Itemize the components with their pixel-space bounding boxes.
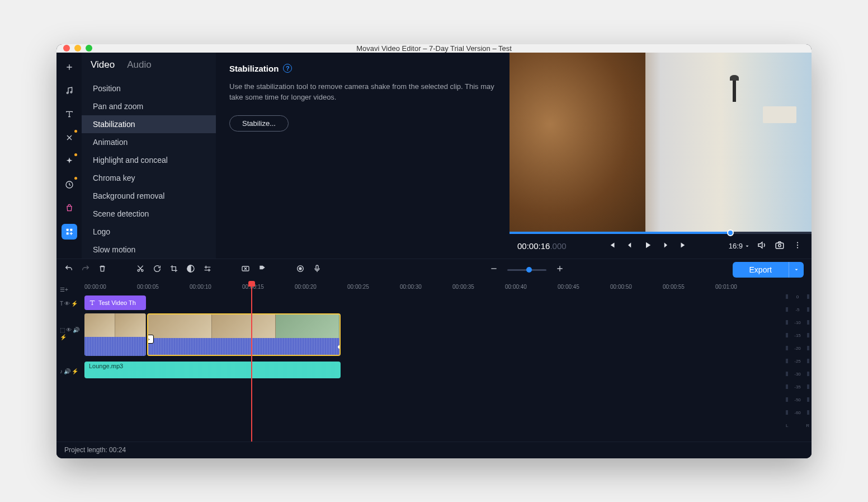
svg-point-8 (797, 242, 798, 243)
svg-point-7 (779, 244, 781, 247)
status-bar: Project length: 00:24 (56, 442, 812, 458)
add-track-icon[interactable]: ☰+ (60, 287, 68, 293)
audio-track[interactable]: Lounge.mp3 (84, 362, 784, 378)
audio-meters: 0 -5 -10 -15 -20 -25 -30 -35 -50 -60 LR (784, 281, 812, 442)
delete-icon[interactable] (98, 264, 107, 275)
sidebar-item-position[interactable]: Position (82, 79, 216, 97)
svg-point-9 (797, 244, 798, 245)
content-panel: Stabilization ? Use the stabilization to… (216, 53, 510, 259)
video-clip-1[interactable] (84, 313, 146, 356)
video-track[interactable]: ▹ (84, 313, 784, 356)
tab-video[interactable]: Video (91, 59, 115, 71)
rotate-icon[interactable] (153, 264, 162, 275)
music-icon[interactable] (62, 83, 77, 98)
preview-panel: 00:00:16.000 16:9 (510, 53, 812, 259)
title-track[interactable]: Test Video Th (84, 295, 784, 310)
svg-rect-3 (66, 228, 68, 231)
svg-rect-6 (776, 243, 784, 248)
text-icon[interactable] (62, 106, 77, 122)
sidebar-item-chroma[interactable]: Chroma key (82, 169, 216, 187)
audio-clip[interactable]: Lounge.mp3 (84, 362, 341, 378)
mic-icon[interactable] (313, 264, 322, 275)
svg-point-1 (70, 91, 72, 93)
sidebar-item-slow-motion[interactable]: Slow motion (82, 241, 216, 259)
tab-audio[interactable]: Audio (127, 59, 151, 71)
marker-icon[interactable] (258, 264, 267, 275)
timeline: ☰+ T👁⚡ ⬚👁🔊⚡ ♪🔊⚡ 00:00:0000:00:0500:00:10… (56, 281, 812, 442)
svg-point-10 (797, 247, 798, 248)
sidebar-item-scene-detection[interactable]: Scene detection (82, 205, 216, 223)
zoom-slider[interactable] (507, 269, 546, 271)
svg-point-12 (141, 270, 143, 271)
preview-scrubber[interactable] (510, 232, 812, 234)
track-headers: ☰+ T👁⚡ ⬚👁🔊⚡ ♪🔊⚡ (56, 281, 84, 442)
volume-handle[interactable] (337, 345, 341, 349)
sidebar-item-animation[interactable]: Animation (82, 133, 216, 151)
prev-clip-icon[interactable] (606, 239, 618, 254)
more-icon[interactable] (791, 239, 804, 254)
content-title: Stabilization (229, 64, 279, 73)
side-panel: Video Audio Position Pan and zoom Stabil… (82, 53, 216, 259)
playhead[interactable] (251, 281, 252, 442)
next-clip-icon[interactable] (677, 239, 690, 254)
crop-icon[interactable] (169, 264, 178, 275)
content-description: Use the stabilization tool to remove cam… (229, 81, 496, 103)
step-back-icon[interactable] (624, 239, 636, 254)
svg-rect-17 (316, 265, 318, 269)
timeline-toolbar: Export (56, 259, 812, 281)
store-icon[interactable] (62, 200, 77, 216)
clock-icon[interactable] (62, 177, 77, 193)
record-video-icon[interactable] (296, 264, 305, 275)
transitions-icon[interactable] (62, 130, 77, 146)
time-ruler[interactable]: 00:00:0000:00:0500:00:10 00:00:1500:00:2… (84, 281, 784, 293)
add-media-icon[interactable] (62, 59, 77, 75)
svg-point-0 (67, 92, 68, 93)
color-icon[interactable] (186, 264, 195, 275)
redo-icon[interactable] (81, 264, 90, 275)
project-length: Project length: 00:24 (64, 446, 126, 454)
title-clip[interactable]: Test Video Th (84, 295, 146, 310)
svg-point-16 (299, 268, 301, 270)
svg-point-11 (138, 270, 139, 271)
sliders-icon[interactable] (203, 264, 212, 275)
export-dropdown[interactable] (789, 262, 804, 278)
tool-rail (56, 53, 82, 259)
step-fwd-icon[interactable] (659, 239, 672, 254)
titlebar: Movavi Video Editor – 7-Day Trial Versio… (56, 44, 812, 53)
cut-icon[interactable] (136, 264, 145, 275)
svg-rect-5 (66, 232, 68, 234)
effects-icon[interactable] (62, 153, 77, 169)
transition-handle[interactable]: ▹ (147, 335, 154, 344)
transition-icon[interactable] (241, 264, 250, 275)
help-icon[interactable]: ? (283, 64, 292, 73)
sidebar-item-pan-zoom[interactable]: Pan and zoom (82, 97, 216, 115)
window-title: Movavi Video Editor – 7-Day Trial Versio… (56, 44, 812, 53)
aspect-ratio-dropdown[interactable]: 16:9 (729, 242, 750, 250)
undo-icon[interactable] (64, 264, 73, 275)
more-tools-icon[interactable] (62, 224, 77, 240)
play-icon[interactable] (641, 239, 654, 254)
tool-list: Position Pan and zoom Stabilization Anim… (82, 77, 216, 259)
svg-rect-4 (70, 228, 72, 231)
timecode: 00:00:16.000 (517, 241, 567, 251)
sidebar-item-logo[interactable]: Logo (82, 223, 216, 241)
sidebar-item-bg-removal[interactable]: Background removal (82, 187, 216, 205)
volume-icon[interactable] (756, 239, 768, 254)
zoom-out-icon[interactable] (489, 264, 498, 275)
snapshot-icon[interactable] (773, 239, 786, 254)
stabilize-button[interactable]: Stabilize... (229, 115, 289, 132)
sidebar-item-highlight[interactable]: Highlight and conceal (82, 151, 216, 169)
zoom-in-icon[interactable] (555, 264, 564, 275)
sidebar-item-stabilization[interactable]: Stabilization (82, 115, 216, 133)
video-clip-2[interactable]: ▹ (147, 313, 341, 356)
export-button[interactable]: Export (733, 262, 789, 278)
preview-video[interactable] (510, 53, 812, 232)
